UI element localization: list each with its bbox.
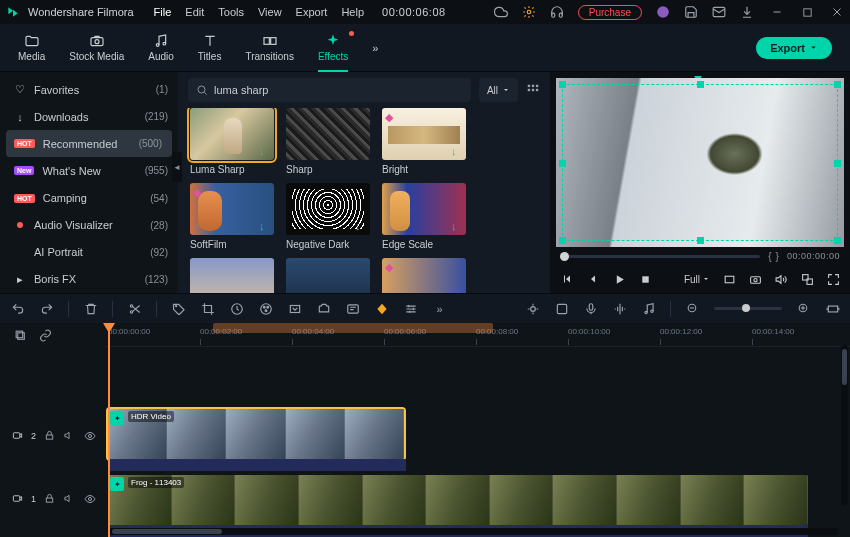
time-ruler[interactable]: 00:00:00:00 00:00:02:00 00:00:04:00 00:0…	[106, 323, 850, 347]
track-v1[interactable]: ✦ Frog - 113403	[106, 475, 850, 525]
sidebar-item-recommended[interactable]: HOTRecommended(500)	[6, 130, 172, 157]
scrollbar-vertical[interactable]	[841, 345, 848, 505]
resize-handle-icon[interactable]	[834, 81, 841, 88]
resize-handle-icon[interactable]	[697, 237, 704, 244]
mute-icon[interactable]	[64, 493, 76, 505]
stop-icon[interactable]	[638, 272, 652, 286]
speed-icon[interactable]	[229, 301, 244, 316]
tab-effects[interactable]: Effects	[318, 33, 348, 62]
account-icon[interactable]	[656, 5, 670, 19]
sidebar-item-audio-visualizer[interactable]: Audio Visualizer(28)	[0, 212, 178, 239]
tab-transitions[interactable]: Transitions	[245, 33, 294, 62]
effect-item[interactable]: ◆	[382, 258, 466, 293]
play-icon[interactable]	[612, 272, 626, 286]
effect-chip-icon[interactable]: ✦	[110, 411, 124, 425]
sidebar-item-favorites[interactable]: ♡Favorites(1)	[0, 76, 178, 103]
purchase-button[interactable]: Purchase	[578, 5, 642, 20]
download-icon[interactable]	[740, 5, 754, 19]
lock-icon[interactable]	[44, 430, 56, 442]
scrollbar-horizontal[interactable]	[108, 528, 838, 535]
tab-stock-media[interactable]: Stock Media	[69, 33, 124, 62]
tag-icon[interactable]	[171, 301, 186, 316]
effect-item-negative-dark[interactable]: ↓Negative Dark	[286, 183, 370, 250]
export-button[interactable]: Export	[756, 37, 832, 59]
mute-icon[interactable]	[64, 430, 76, 442]
track-copy-icon[interactable]	[14, 329, 27, 342]
effect-item-bright[interactable]: ◆↓Bright	[382, 108, 466, 175]
sidebar-item-whats-new[interactable]: NewWhat's New(955)	[0, 157, 178, 184]
split-icon[interactable]	[127, 301, 142, 316]
more-tools-icon[interactable]: »	[432, 301, 447, 316]
delete-icon[interactable]	[83, 301, 98, 316]
menu-export[interactable]: Export	[296, 6, 328, 18]
effect-item-edge-scale[interactable]: ↓Edge Scale	[382, 183, 466, 250]
quality-dropdown[interactable]: Full	[684, 274, 710, 285]
eye-icon[interactable]	[84, 430, 96, 442]
voiceover-icon[interactable]	[583, 301, 598, 316]
effect-item-softfilm[interactable]: ◆↓SoftFilm	[190, 183, 274, 250]
mask-icon[interactable]	[345, 301, 360, 316]
eye-icon[interactable]	[84, 493, 96, 505]
effect-item-sharp[interactable]: Sharp	[286, 108, 370, 175]
sidebar-item-camping[interactable]: HOTCamping(54)	[0, 185, 178, 212]
mark-out-icon[interactable]: }	[776, 251, 779, 262]
maximize-icon[interactable]	[800, 5, 814, 19]
preview-canvas[interactable]	[556, 78, 844, 247]
clip-hdr-video[interactable]: ✦ HDR Video	[108, 409, 404, 459]
resize-handle-icon[interactable]	[559, 160, 566, 167]
green-screen-icon[interactable]	[287, 301, 302, 316]
effect-item[interactable]	[286, 258, 370, 293]
track-head-v2[interactable]: 2	[0, 410, 106, 461]
prev-frame-icon[interactable]	[586, 272, 600, 286]
tab-media[interactable]: Media	[18, 33, 45, 62]
collapse-sidebar-icon[interactable]: ◄	[172, 152, 182, 182]
minimize-icon[interactable]	[770, 5, 784, 19]
save-icon[interactable]	[684, 5, 698, 19]
menu-view[interactable]: View	[258, 6, 282, 18]
redo-icon[interactable]	[39, 301, 54, 316]
fullscreen-icon[interactable]	[826, 272, 840, 286]
headphones-icon[interactable]	[550, 5, 564, 19]
menu-help[interactable]: Help	[341, 6, 364, 18]
crop-icon[interactable]	[200, 301, 215, 316]
resize-handle-icon[interactable]	[559, 81, 566, 88]
track-v2[interactable]: ✦ HDR Video	[106, 409, 850, 459]
snapshot-icon[interactable]	[748, 272, 762, 286]
more-tabs-icon[interactable]: »	[372, 42, 390, 54]
grid-view-icon[interactable]	[526, 83, 540, 97]
menu-tools[interactable]: Tools	[218, 6, 244, 18]
track-head-v1[interactable]: 1	[0, 474, 106, 525]
resize-handle-icon[interactable]	[697, 81, 704, 88]
menu-edit[interactable]: Edit	[185, 6, 204, 18]
effect-chip-icon[interactable]: ✦	[110, 477, 124, 491]
track-lanes[interactable]: ✦ HDR Video ✦ Frog - 113403	[106, 347, 850, 537]
volume-icon[interactable]	[774, 272, 788, 286]
audio-mix-icon[interactable]	[641, 301, 656, 316]
sidebar-item-ai-portrait[interactable]: AI Portrait(92)	[0, 239, 178, 266]
ratio-icon[interactable]	[722, 272, 736, 286]
link-icon[interactable]	[39, 329, 52, 342]
selection-frame[interactable]	[562, 84, 838, 241]
selection-range[interactable]	[213, 323, 493, 333]
tab-titles[interactable]: Titles	[198, 33, 222, 62]
color-icon[interactable]	[258, 301, 273, 316]
mixer-icon[interactable]	[525, 301, 540, 316]
track-a2[interactable]	[108, 459, 406, 471]
keyframe-icon[interactable]	[374, 301, 389, 316]
adjust-icon[interactable]	[403, 301, 418, 316]
resize-handle-icon[interactable]	[559, 237, 566, 244]
step-back-icon[interactable]	[560, 272, 574, 286]
zoom-fit-icon[interactable]	[825, 301, 840, 316]
mail-icon[interactable]	[712, 5, 726, 19]
scrub-track[interactable]	[560, 255, 760, 258]
motion-track-icon[interactable]	[316, 301, 331, 316]
clip-frog[interactable]: ✦ Frog - 113403	[108, 475, 808, 525]
mark-in-icon[interactable]: {	[768, 251, 771, 262]
settings-gear-icon[interactable]	[522, 5, 536, 19]
menu-file[interactable]: File	[154, 6, 172, 18]
effect-item[interactable]	[190, 258, 274, 293]
resize-handle-icon[interactable]	[834, 160, 841, 167]
zoom-in-icon[interactable]	[796, 301, 811, 316]
detach-icon[interactable]	[800, 272, 814, 286]
search-input[interactable]	[214, 84, 463, 96]
